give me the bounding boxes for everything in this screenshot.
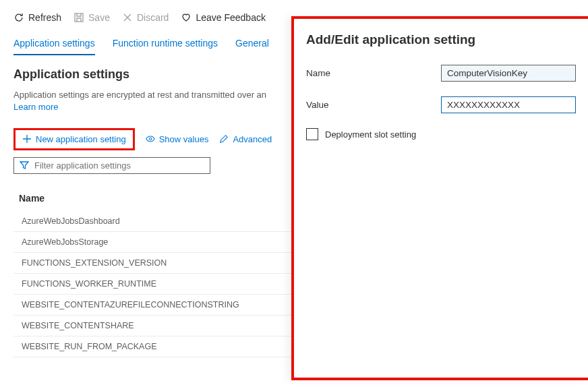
new-application-setting-button[interactable]: New application setting — [13, 128, 135, 150]
filter-input[interactable] — [13, 157, 210, 174]
save-button[interactable]: Save — [74, 12, 110, 23]
discard-icon — [122, 12, 133, 23]
heart-icon — [181, 12, 192, 23]
refresh-icon — [13, 12, 24, 23]
advanced-label: Advanced — [233, 134, 272, 144]
deployment-slot-checkbox[interactable] — [306, 128, 318, 140]
advanced-edit-button[interactable]: Advanced — [219, 134, 272, 144]
filter-text-input[interactable] — [34, 160, 204, 171]
refresh-label: Refresh — [28, 12, 61, 23]
tab-application-settings[interactable]: Application settings — [13, 38, 95, 55]
svg-point-1 — [149, 138, 152, 140]
pencil-icon — [219, 134, 229, 144]
tab-function-runtime-settings[interactable]: Function runtime settings — [113, 38, 218, 55]
discard-label: Discard — [137, 12, 169, 23]
tab-general[interactable]: General — [235, 38, 269, 55]
name-input[interactable] — [441, 65, 576, 82]
plus-icon — [22, 134, 32, 144]
feedback-button[interactable]: Leave Feedback — [181, 12, 266, 23]
show-values-button[interactable]: Show values — [146, 134, 209, 144]
feedback-label: Leave Feedback — [196, 12, 266, 23]
deployment-slot-label: Deployment slot setting — [325, 129, 416, 140]
save-label: Save — [88, 12, 110, 23]
panel-title: Add/Edit application setting — [306, 32, 576, 47]
value-input[interactable] — [441, 96, 576, 113]
learn-more-link[interactable]: Learn more — [13, 102, 58, 112]
name-field-label: Name — [306, 68, 441, 78]
eye-icon — [146, 134, 155, 144]
svg-rect-0 — [75, 13, 83, 22]
value-field-label: Value — [306, 100, 441, 110]
add-edit-setting-panel: Add/Edit application setting Name Value … — [291, 16, 588, 380]
show-values-label: Show values — [159, 134, 209, 144]
filter-icon — [20, 160, 29, 170]
refresh-button[interactable]: Refresh — [13, 12, 61, 23]
discard-button[interactable]: Discard — [122, 12, 169, 23]
save-icon — [74, 12, 84, 23]
new-setting-label: New application setting — [36, 134, 126, 144]
